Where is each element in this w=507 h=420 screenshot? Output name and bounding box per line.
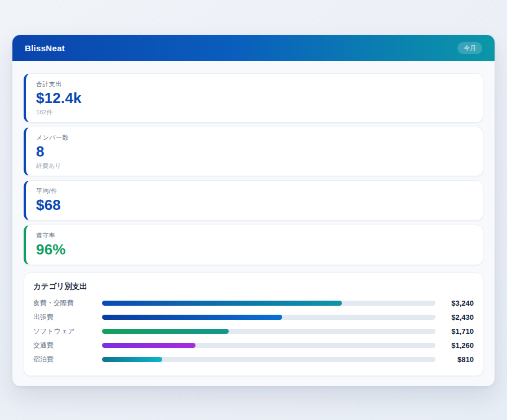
stat-label: 平均/件 — [36, 187, 473, 195]
stat-value: $12.4k — [36, 89, 473, 107]
category-value: $3,240 — [435, 299, 474, 307]
category-breakdown-card: カテゴリ別支出 食費・交際費 $3,240 出張費 $2,430 ソフトウェア … — [24, 272, 483, 376]
category-label: 出張費 — [33, 312, 102, 322]
category-bar-fill — [102, 301, 342, 306]
stat-value: 96% — [36, 240, 473, 258]
stat-subtext: 182件 — [36, 108, 473, 116]
category-value: $1,260 — [435, 341, 474, 350]
app-title: BlissNeat — [25, 43, 65, 53]
stat-card-list: 合計支出 $12.4k 182件 メンバー数 8 経費あり 平均/件 $68 遵… — [24, 73, 483, 265]
stat-label: 遵守率 — [36, 231, 473, 239]
period-badge[interactable]: 今月 — [457, 42, 482, 54]
stat-value: $68 — [36, 196, 473, 214]
stat-card: メンバー数 8 経費あり — [24, 127, 483, 176]
stat-card: 遵守率 96% — [24, 225, 483, 265]
stat-subtext: 経費あり — [36, 162, 473, 169]
category-row: 宿泊費 $810 — [33, 352, 474, 367]
stat-label: メンバー数 — [36, 133, 473, 141]
category-value: $2,430 — [435, 313, 474, 321]
category-value: $810 — [435, 355, 474, 364]
category-label: 交通費 — [33, 341, 102, 350]
category-bar-fill — [102, 329, 229, 334]
category-row: 交通費 $1,260 — [33, 338, 474, 352]
category-row: 食費・交際費 $3,240 — [33, 296, 474, 310]
category-label: 食費・交際費 — [33, 298, 102, 308]
category-row: 出張費 $2,430 — [33, 310, 474, 324]
stat-label: 合計支出 — [36, 80, 473, 88]
category-value: $1,710 — [435, 327, 474, 336]
category-bar-track — [102, 357, 435, 362]
dashboard-panel: BlissNeat 今月 合計支出 $12.4k 182件 メンバー数 8 経費… — [12, 35, 495, 386]
category-bar-fill — [102, 315, 282, 320]
stat-value: 8 — [36, 142, 473, 160]
category-label: 宿泊費 — [33, 355, 102, 364]
category-row: ソフトウェア $1,710 — [33, 324, 474, 338]
category-breakdown-title: カテゴリ別支出 — [33, 282, 474, 291]
category-bar-fill — [102, 343, 195, 348]
stat-card: 合計支出 $12.4k 182件 — [24, 73, 483, 123]
category-bar-fill — [102, 357, 162, 362]
category-bar-track — [102, 329, 435, 334]
category-row-list: 食費・交際費 $3,240 出張費 $2,430 ソフトウェア $1,710 交… — [33, 296, 474, 367]
app-header: BlissNeat 今月 — [12, 35, 495, 61]
category-bar-track — [102, 301, 435, 306]
category-label: ソフトウェア — [33, 327, 102, 336]
dashboard-content: 合計支出 $12.4k 182件 メンバー数 8 経費あり 平均/件 $68 遵… — [12, 61, 495, 376]
category-bar-track — [102, 315, 435, 320]
category-bar-track — [102, 343, 435, 348]
stat-card: 平均/件 $68 — [24, 180, 483, 221]
